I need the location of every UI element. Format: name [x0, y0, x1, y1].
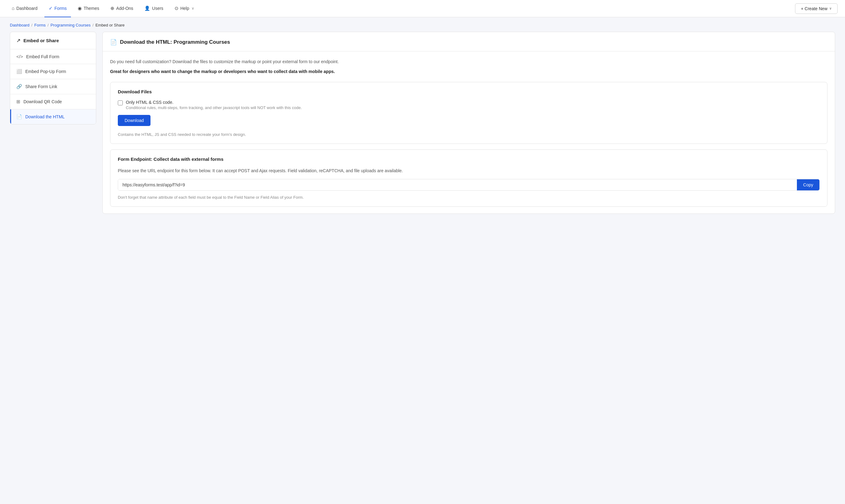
- checkbox-label: Only HTML & CSS code.: [126, 100, 302, 105]
- create-new-label: + Create New: [801, 6, 827, 11]
- sidebar-item-download-qr-code[interactable]: ⊞ Download QR Code: [10, 94, 96, 109]
- download-html-card: 📄 Download the HTML: Programming Courses…: [102, 32, 835, 214]
- theme-icon: [78, 5, 82, 11]
- url-copy-row: Copy: [118, 179, 820, 191]
- user-icon: [144, 5, 150, 11]
- nav-label-themes: Themes: [84, 6, 99, 11]
- popup-icon: ⬜: [16, 69, 22, 74]
- nav-item-forms[interactable]: Forms: [45, 0, 71, 17]
- sidebar-title: Embed or Share: [23, 38, 59, 43]
- create-new-button[interactable]: + Create New ∨: [795, 3, 838, 14]
- content-area: 📄 Download the HTML: Programming Courses…: [102, 32, 835, 214]
- nav-item-addons[interactable]: Add-Ons: [106, 0, 138, 17]
- nav-item-themes[interactable]: Themes: [73, 0, 104, 17]
- sidebar-item-embed-full-form[interactable]: </> Embed Full Form: [10, 49, 96, 64]
- checkbox-sublabel: Conditional rules, multi-steps, form tra…: [126, 105, 302, 110]
- nav-label-forms: Forms: [55, 6, 67, 11]
- home-icon: [12, 5, 15, 11]
- sidebar-item-embed-popup-form[interactable]: ⬜ Embed Pop-Up Form: [10, 64, 96, 79]
- breadcrumb-sep-2: /: [48, 23, 49, 28]
- download-html-icon: 📄: [110, 39, 117, 46]
- nav-links: Dashboard Forms Themes Add-Ons Users Hel…: [7, 0, 199, 17]
- card-header: 📄 Download the HTML: Programming Courses: [103, 32, 835, 51]
- sidebar-item-label: Embed Full Form: [26, 54, 59, 59]
- main-container: ↗ Embed or Share </> Embed Full Form ⬜ E…: [0, 32, 845, 224]
- nav-item-help[interactable]: Help: [170, 0, 199, 17]
- breadcrumb-programming-courses[interactable]: Programming Courses: [51, 23, 91, 28]
- endpoint-description: Please see the URL endpoint for this for…: [118, 167, 820, 174]
- chevron-down-icon: [191, 6, 194, 11]
- form-endpoint-section: Form Endpoint: Collect data with externa…: [110, 149, 827, 207]
- breadcrumb-sep-3: /: [92, 23, 94, 28]
- sidebar-header: ↗ Embed or Share: [10, 32, 96, 49]
- card-body: Do you need full customization? Download…: [103, 51, 835, 214]
- nav-label-dashboard: Dashboard: [16, 6, 38, 11]
- breadcrumb-forms[interactable]: Forms: [34, 23, 46, 28]
- html-file-icon: 📄: [16, 114, 22, 120]
- download-footnote: Contains the HTML, JS and CSS needed to …: [118, 132, 820, 137]
- download-files-title: Download Files: [118, 89, 820, 94]
- breadcrumb-dashboard[interactable]: Dashboard: [10, 23, 30, 28]
- endpoint-url-field[interactable]: [118, 179, 797, 191]
- main-description-bold: Great for designers who want to change t…: [110, 68, 827, 75]
- nav-label-help: Help: [180, 6, 189, 11]
- forms-icon: [49, 5, 53, 11]
- link-icon: 🔗: [16, 84, 22, 89]
- breadcrumb-current: Embed or Share: [95, 23, 125, 28]
- code-icon: </>: [16, 54, 23, 59]
- sidebar-item-label: Embed Pop-Up Form: [25, 69, 66, 74]
- form-endpoint-title: Form Endpoint: Collect data with externa…: [118, 157, 820, 162]
- copy-button[interactable]: Copy: [797, 179, 820, 191]
- sidebar-item-label: Download the HTML: [25, 114, 65, 119]
- chevron-down-icon: ∨: [829, 6, 832, 11]
- only-html-css-row: Only HTML & CSS code. Conditional rules,…: [118, 100, 820, 110]
- sidebar-item-download-html[interactable]: 📄 Download the HTML: [10, 109, 96, 124]
- share-icon: ↗: [16, 38, 20, 43]
- nav-item-users[interactable]: Users: [140, 0, 168, 17]
- nav-item-dashboard[interactable]: Dashboard: [7, 0, 42, 17]
- main-description: Do you need full customization? Download…: [110, 58, 827, 65]
- addon-icon: [110, 5, 115, 11]
- endpoint-footnote: Don't forget that name attribute of each…: [118, 195, 820, 200]
- only-html-css-checkbox[interactable]: [118, 101, 123, 105]
- download-files-section: Download Files Only HTML & CSS code. Con…: [110, 82, 827, 144]
- sidebar-item-share-form-link[interactable]: 🔗 Share Form Link: [10, 79, 96, 94]
- sidebar-item-label: Share Form Link: [25, 84, 57, 89]
- top-navigation: Dashboard Forms Themes Add-Ons Users Hel…: [0, 0, 845, 17]
- checkbox-label-group: Only HTML & CSS code. Conditional rules,…: [126, 100, 302, 110]
- breadcrumb: Dashboard / Forms / Programming Courses …: [0, 17, 845, 32]
- sidebar: ↗ Embed or Share </> Embed Full Form ⬜ E…: [10, 32, 96, 124]
- download-button[interactable]: Download: [118, 115, 151, 126]
- help-icon: [175, 5, 178, 11]
- nav-label-users: Users: [152, 6, 163, 11]
- qr-icon: ⊞: [16, 99, 20, 105]
- card-title: Download the HTML: Programming Courses: [120, 39, 230, 45]
- sidebar-item-label: Download QR Code: [23, 99, 62, 104]
- breadcrumb-sep-1: /: [32, 23, 33, 28]
- nav-label-addons: Add-Ons: [116, 6, 133, 11]
